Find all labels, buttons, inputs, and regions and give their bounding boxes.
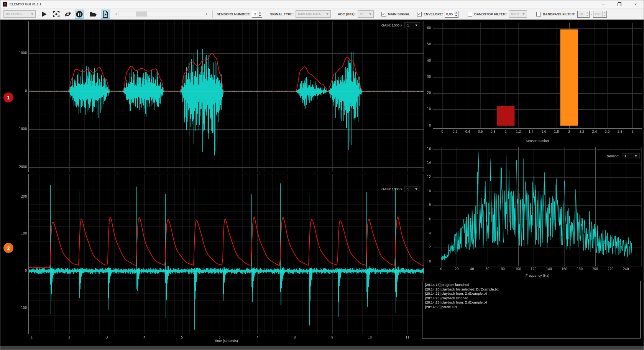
sensor-select-label: Sensor: [607,154,619,158]
sensor1-canvas[interactable] [14,20,425,173]
port-select[interactable]: NO PORTS [3,10,36,18]
log-line: [20:14:16] program launched [425,283,637,287]
log-panel[interactable]: [20:14:16] program launched[20:14:20] pl… [422,281,641,338]
playback-scrollbar[interactable]: ‹ › [114,11,209,17]
gain-label: GAIN: 1000 x [381,23,402,27]
pause-icon [76,10,83,18]
gain-label: GAIN: 1000 x [381,187,402,191]
frequency-spectrum-plot: Sensor: 1 Frequency (Hz) [426,146,643,281]
main-area: 1 2 GAIN: 1000 x 1 GAIN: 1000 x 1 [0,20,644,346]
pause-button[interactable] [75,10,84,19]
signal-type-select[interactable]: RAW ADC DATA [296,10,331,18]
log-line: [20:14:33] pause ON [425,305,637,310]
maximize-button[interactable] [611,0,628,8]
sensors-number-label: SENSORS NUMBER: [217,12,250,16]
spectrum-canvas[interactable] [426,146,643,281]
bandpass-high-spinner[interactable]: 200 [593,11,607,18]
app-icon [3,2,7,7]
gain-select-sensor2[interactable]: 1 [404,186,420,192]
refresh-button[interactable] [63,10,72,19]
spinner-arrows[interactable] [454,11,458,17]
spectrum-xlabel: Frequency (Hz) [433,274,642,277]
port-select-value: NO PORTS [6,12,22,16]
sensor-select-row: Sensor: 1 [607,153,640,159]
time-axis-label: Time (seconds) [28,339,424,343]
window-controls: – × [595,0,644,8]
restore-icon [618,2,621,6]
chevron-down-icon [369,13,371,15]
sensor-select[interactable]: 1 [622,153,640,159]
focus-target-icon [53,10,60,18]
adc-bits-select[interactable]: 10 [358,10,374,18]
log-line: [20:14:25] playback stopped [425,296,637,301]
chevron-down-icon [31,13,33,15]
bar-chart-canvas[interactable] [426,21,643,146]
chevron-down-icon [522,13,525,15]
envelope-checkbox[interactable] [417,12,422,17]
open-file-button[interactable] [89,10,98,19]
bandstop-freq-select[interactable]: 50 Hz [509,10,527,18]
scroll-right-button[interactable]: › [204,11,209,17]
scrollbar-thumb[interactable] [136,12,147,17]
folder-open-icon [89,10,97,18]
window-title: ELEMYO GUI v1.1.1 [10,2,41,6]
gain-select-sensor1[interactable]: 1 [404,22,420,28]
gain-control-sensor2: GAIN: 1000 x 1 [381,186,420,192]
bandpass-filter-checkbox[interactable] [536,12,541,17]
chevron-down-icon [326,13,329,15]
autoscale-button[interactable] [52,10,61,19]
sensors-number-spinner[interactable]: 2 [252,11,262,18]
scrollbar-track[interactable] [118,11,204,17]
spinner-arrows[interactable] [258,11,262,17]
file-play-icon [102,10,109,18]
spinner-arrows[interactable] [602,11,606,17]
close-button[interactable]: × [628,0,644,8]
bar-chart-xlabel: Sensor number [433,139,642,143]
sensor2-time-plot: GAIN: 1000 x 1 Time (seconds) [14,173,425,345]
signal-type-label: SIGNAL TYPE: [270,12,294,16]
chevron-down-icon [415,25,417,26]
bandpass-low-spinner[interactable]: 10 [577,11,590,18]
app-window: ELEMYO GUI v1.1.1 – × NO PORTS [0,0,644,350]
chevron-down-icon [635,155,637,157]
chevron-down-icon [415,188,417,190]
main-signal-checkbox[interactable] [381,12,386,17]
refresh-icon [64,10,72,18]
toolbar-separator [212,10,213,18]
toolbar: NO PORTS [0,8,644,20]
log-line: [20:14:28] playback from: D:/Example.txt [425,300,637,305]
envelope-spinner[interactable]: 0,95 [445,11,458,18]
bandpass-range-separator: - [591,12,592,16]
sensor-level-bar-chart: Sensor number [426,21,643,146]
sensor1-time-plot: GAIN: 1000 x 1 [14,20,425,173]
start-button[interactable] [39,10,49,19]
spinner-arrows[interactable] [585,11,589,17]
bandpass-filter-label: BANDPASS FILTER: [543,12,575,16]
adc-bits-label: ADC (bits): [338,12,356,16]
titlebar: ELEMYO GUI v1.1.1 – × [0,0,644,8]
play-icon [41,11,48,18]
envelope-label: ENVELOPE: [424,12,443,16]
log-line: [20:14:20] playback file selected: D:/Ex… [425,287,637,292]
main-signal-label: MAIN SIGNAL [388,12,410,16]
gain-control-sensor1: GAIN: 1000 x 1 [381,22,420,28]
sensor2-badge: 2 [3,243,13,253]
sensor2-canvas[interactable] [14,173,425,345]
bandstop-filter-label: BANDSTOP FILTER: [474,12,507,16]
minimize-button[interactable]: – [595,0,611,8]
scroll-left-button[interactable]: ‹ [114,11,118,17]
playback-file-button[interactable] [101,10,110,19]
window-bottom-edge [0,346,644,350]
bandstop-filter-checkbox[interactable] [468,12,472,17]
sensor1-badge: 1 [3,92,13,102]
log-line: [20:14:21] playback from: D:/Example.txt [425,292,637,296]
